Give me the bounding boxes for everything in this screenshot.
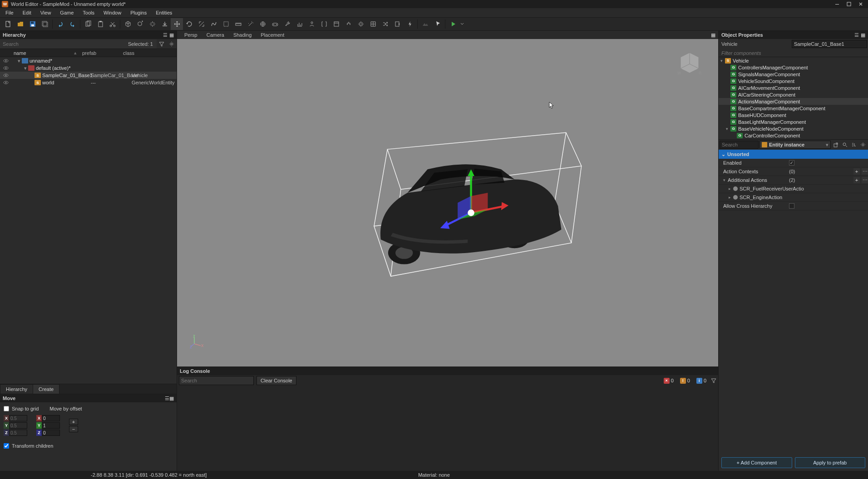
category-unsorted[interactable]: ⌄Unsorted [719, 150, 868, 159]
offset-plus-button[interactable]: + [69, 419, 78, 425]
action-1-label[interactable]: SCR_EngineAction [740, 195, 782, 200]
redo-icon[interactable] [66, 18, 79, 30]
hierarchy-tree[interactable]: ▾unnamed*▾default (active)*SSampleCar_01… [0, 57, 177, 384]
action-1-expander[interactable]: ▸ [729, 195, 733, 200]
hierarchy-search-input[interactable] [0, 39, 124, 49]
curve-icon[interactable] [207, 18, 220, 30]
cursor-icon[interactable] [431, 18, 444, 30]
chart-icon[interactable] [293, 18, 306, 30]
view-cube-icon[interactable]: n w [674, 48, 705, 80]
warning-badge-icon[interactable]: ! [680, 378, 686, 384]
component-row[interactable]: ▾GBaseVehicleNodeComponent [719, 125, 868, 132]
col-name[interactable]: name [14, 50, 26, 56]
menu-window[interactable]: Window [100, 9, 125, 16]
3d-viewport[interactable]: y x z n w [177, 39, 718, 367]
visibility-icon[interactable] [2, 73, 10, 78]
ruler-icon[interactable] [232, 18, 244, 30]
hierarchy-row[interactable]: ▾unnamed* [0, 57, 177, 64]
hierarchy-icon[interactable] [850, 141, 858, 149]
maximize-button[interactable] [843, 1, 854, 7]
save-all-icon[interactable] [39, 18, 51, 30]
import-icon[interactable] [391, 18, 404, 30]
allow-cross-checkbox[interactable] [789, 203, 794, 209]
col-prefab[interactable]: prefab [79, 50, 120, 56]
component-row[interactable]: GCarControllerComponent [719, 132, 868, 139]
menu-file[interactable]: File [2, 9, 17, 16]
context-more-button[interactable]: ⋯ [862, 168, 868, 175]
hierarchy-row[interactable]: ▾default (active)* [0, 64, 177, 72]
close-button[interactable] [855, 1, 866, 7]
open-external-icon[interactable] [832, 141, 840, 149]
undo-icon[interactable] [54, 18, 66, 30]
off-y-input[interactable] [42, 422, 60, 429]
add-component-button[interactable]: + Add Component [721, 457, 792, 468]
rotate-tool-icon[interactable] [183, 18, 195, 30]
additional-actions-expander[interactable]: ▾ [723, 178, 728, 182]
vp-tab-persp[interactable]: Persp [180, 31, 202, 39]
log-search-input[interactable] [179, 376, 254, 385]
props-grid-icon[interactable]: ▦ [861, 32, 865, 38]
component-row[interactable]: GBaseHUDComponent [719, 112, 868, 118]
panel-grid-icon[interactable]: ▦ [169, 32, 174, 38]
action-0-expander[interactable]: ▸ [729, 186, 733, 191]
terrain-icon[interactable] [419, 18, 431, 30]
menu-game[interactable]: Game [56, 9, 77, 16]
log-filter-icon[interactable] [711, 378, 716, 383]
paste-icon[interactable] [94, 18, 106, 30]
cube-plus-icon[interactable] [134, 18, 146, 30]
info-badge-icon[interactable]: i [696, 378, 702, 384]
component-row[interactable]: GBaseCompartmentManagerComponent [719, 105, 868, 112]
props-menu-icon[interactable]: ☰ [854, 32, 859, 38]
component-row[interactable]: GAICarMovementComponent [719, 84, 868, 91]
copy-icon[interactable] [82, 18, 94, 30]
off-x-input[interactable] [42, 415, 60, 421]
component-row[interactable]: GActionsManagerComponent [719, 98, 868, 105]
expander-icon[interactable]: ▾ [23, 65, 28, 71]
component-row[interactable]: GSignalsManagerComponent [719, 71, 868, 78]
snap-to-grid-checkbox[interactable] [4, 406, 9, 411]
menu-edit[interactable]: Edit [19, 9, 35, 16]
menu-plugins[interactable]: Plugins [127, 9, 150, 16]
visibility-icon[interactable] [2, 66, 10, 70]
gear-icon[interactable] [355, 18, 367, 30]
error-badge-icon[interactable]: × [664, 378, 670, 384]
drop-icon[interactable] [158, 18, 171, 30]
menu-view[interactable]: View [37, 9, 55, 16]
add-context-button[interactable]: + [853, 168, 860, 175]
tab-hierarchy[interactable]: Hierarchy [0, 384, 33, 394]
action-more-button[interactable]: ⋯ [862, 177, 868, 183]
component-tree[interactable]: ▾SVehicleGControllersManagerComponentGSi… [719, 57, 868, 140]
cut-icon[interactable] [106, 18, 118, 30]
search-icon[interactable] [841, 141, 849, 149]
component-row[interactable]: GBaseLightManagerComponent [719, 118, 868, 125]
props-search-input[interactable] [720, 141, 759, 149]
minimize-button[interactable] [832, 1, 843, 7]
expander-icon[interactable]: ▾ [720, 59, 725, 63]
hierarchy-row[interactable]: Sworld---GenericWorldEntity [0, 79, 177, 86]
entity-instance-select[interactable]: Entity instance ▾ [760, 141, 831, 149]
hierarchy-row[interactable]: SSampleCar_01_Base1SampleCar_01_BaseVehi… [0, 72, 177, 79]
window-icon[interactable] [330, 18, 342, 30]
clear-console-button[interactable]: Clear Console [256, 376, 296, 385]
menu-entities[interactable]: Entities [152, 9, 176, 16]
vp-tab-shading[interactable]: Shading [229, 31, 256, 39]
visibility-icon[interactable] [2, 59, 10, 63]
panel-menu-icon[interactable]: ☰ [163, 32, 168, 38]
wand-icon[interactable] [244, 18, 256, 30]
scale-tool-icon[interactable] [195, 18, 207, 30]
globe-icon[interactable] [256, 18, 269, 30]
grid-icon[interactable] [367, 18, 379, 30]
expander-icon[interactable]: ▾ [16, 58, 22, 64]
play-button[interactable] [447, 18, 459, 30]
settings-icon[interactable] [167, 39, 177, 49]
move-close-icon[interactable]: ▦ [169, 396, 174, 401]
action-0-label[interactable]: SCR_FuelReceiverUserActio [740, 186, 804, 191]
menu-tools[interactable]: Tools [79, 9, 98, 16]
play-dropdown-icon[interactable] [459, 18, 465, 30]
component-row[interactable]: GAICarSteeringComponent [719, 91, 868, 98]
vp-tab-camera[interactable]: Camera [202, 31, 229, 39]
component-row[interactable]: GControllersManagerComponent [719, 64, 868, 71]
person-icon[interactable] [306, 18, 318, 30]
open-file-icon[interactable] [14, 18, 26, 30]
brackets-icon[interactable] [318, 18, 330, 30]
